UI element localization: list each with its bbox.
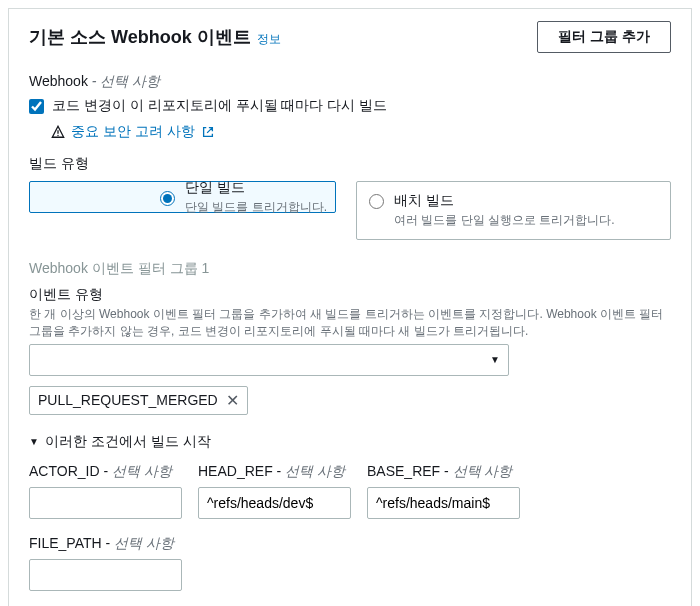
build-type-single-desc: 단일 빌드를 트리거합니다. <box>185 199 327 216</box>
panel-header: 기본 소스 Webhook 이벤트 정보 필터 그룹 추가 <box>9 9 691 65</box>
build-type-batch-title: 배치 빌드 <box>394 192 615 210</box>
actor-id-label: ACTOR_ID - 선택 사항 <box>29 463 182 481</box>
event-type-tag: PULL_REQUEST_MERGED ✕ <box>29 386 248 415</box>
build-type-single-title: 단일 빌드 <box>185 179 327 197</box>
rebuild-checkbox-label: 코드 변경이 이 리포지토리에 푸시될 때마다 다시 빌드 <box>52 97 387 115</box>
build-type-batch-desc: 여러 빌드를 단일 실행으로 트리거합니다. <box>394 212 615 229</box>
start-conditions-title: 이러한 조건에서 빌드 시작 <box>45 433 211 451</box>
actor-id-input[interactable] <box>29 487 182 519</box>
event-type-label: 이벤트 유형 <box>29 286 671 304</box>
webhook-label: Webhook <box>29 73 88 89</box>
head-ref-input[interactable] <box>198 487 351 519</box>
head-ref-field: HEAD_REF - 선택 사항 <box>198 463 351 519</box>
base-ref-label: BASE_REF - 선택 사항 <box>367 463 520 481</box>
build-type-radios: 단일 빌드 단일 빌드를 트리거합니다. 배치 빌드 여러 빌드를 단일 실행으… <box>29 181 671 240</box>
rebuild-checkbox[interactable] <box>29 99 44 114</box>
filter-group-heading: Webhook 이벤트 필터 그룹 1 <box>29 260 671 278</box>
panel-title: 기본 소스 Webhook 이벤트 <box>29 25 251 49</box>
panel-body: Webhook - 선택 사항 코드 변경이 이 리포지토리에 푸시될 때마다 … <box>9 65 691 606</box>
add-filter-group-button[interactable]: 필터 그룹 추가 <box>537 21 671 53</box>
chevron-down-icon: ▼ <box>29 436 39 447</box>
event-type-desc: 한 개 이상의 Webhook 이벤트 필터 그룹을 추가하여 새 빌드를 트리… <box>29 306 671 340</box>
security-link-text: 중요 보안 고려 사항 <box>71 123 195 141</box>
warning-icon <box>51 125 65 139</box>
webhook-section: Webhook - 선택 사항 코드 변경이 이 리포지토리에 푸시될 때마다 … <box>29 73 671 141</box>
panel-header-left: 기본 소스 Webhook 이벤트 정보 <box>29 25 281 49</box>
external-link-icon <box>201 125 215 139</box>
condition-fields: ACTOR_ID - 선택 사항 HEAD_REF - 선택 사항 BASE_R… <box>29 463 671 591</box>
start-conditions-expander[interactable]: ▼ 이러한 조건에서 빌드 시작 <box>29 433 671 451</box>
security-link[interactable]: 중요 보안 고려 사항 <box>51 123 671 141</box>
file-path-label: FILE_PATH - 선택 사항 <box>29 535 182 553</box>
webhook-checkbox-row: 코드 변경이 이 리포지토리에 푸시될 때마다 다시 빌드 <box>29 97 671 115</box>
base-ref-input[interactable] <box>367 487 520 519</box>
build-type-single[interactable]: 단일 빌드 단일 빌드를 트리거합니다. <box>29 181 336 213</box>
chevron-down-icon: ▼ <box>490 354 500 365</box>
build-type-batch-radio[interactable] <box>369 194 384 209</box>
build-type-single-radio[interactable] <box>160 191 175 206</box>
base-ref-field: BASE_REF - 선택 사항 <box>367 463 520 519</box>
event-type-select[interactable]: ▼ <box>29 344 509 376</box>
file-path-field: FILE_PATH - 선택 사항 <box>29 535 182 591</box>
info-link[interactable]: 정보 <box>257 31 281 48</box>
build-type-title: 빌드 유형 <box>29 155 671 173</box>
webhook-optional: - 선택 사항 <box>92 73 160 89</box>
svg-point-1 <box>57 135 58 136</box>
actor-id-field: ACTOR_ID - 선택 사항 <box>29 463 182 519</box>
event-type-tag-text: PULL_REQUEST_MERGED <box>38 392 218 408</box>
file-path-input[interactable] <box>29 559 182 591</box>
remove-tag-icon[interactable]: ✕ <box>226 391 239 410</box>
build-type-batch[interactable]: 배치 빌드 여러 빌드를 단일 실행으로 트리거합니다. <box>356 181 671 240</box>
head-ref-label: HEAD_REF - 선택 사항 <box>198 463 351 481</box>
webhook-settings-panel: 기본 소스 Webhook 이벤트 정보 필터 그룹 추가 Webhook - … <box>8 8 692 606</box>
